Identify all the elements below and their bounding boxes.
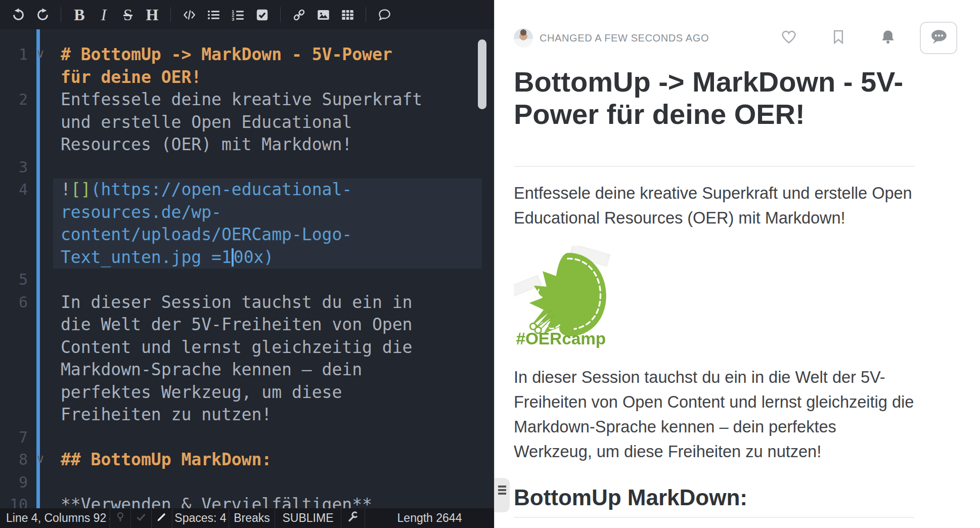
code-line: perfektes Werkzeug, um diese [53, 381, 482, 404]
bold-icon: B [74, 7, 84, 23]
redo-button[interactable] [31, 4, 54, 26]
code-button[interactable] [178, 4, 200, 26]
italic-icon: I [98, 7, 110, 23]
comment-bubble-icon [928, 26, 949, 50]
editor-row[interactable]: Text_unten.jpg =100x) [0, 246, 494, 269]
comment-button[interactable] [373, 4, 395, 26]
fold-gutter [28, 380, 53, 403]
editor-row[interactable]: 5 [0, 269, 494, 291]
keymap-setting[interactable]: SUBLIME [275, 508, 341, 528]
line-number: 9 [0, 471, 28, 494]
line-number [0, 381, 28, 404]
bell-icon [879, 28, 897, 48]
bold-button[interactable]: B [68, 4, 91, 26]
fold-gutter [28, 358, 53, 380]
toolbar-separator [280, 7, 281, 22]
preview-pane: CHANGED A FEW SECONDS AGO [494, 0, 980, 528]
check-icon [135, 511, 147, 526]
undo-icon [12, 8, 25, 22]
fold-chevron-icon[interactable]: ∨ [28, 42, 53, 65]
fold-gutter [28, 290, 53, 313]
line-number [0, 111, 28, 134]
list-ol-button[interactable]: 123 [227, 4, 249, 26]
editor-row[interactable]: und erstelle Open Educational [0, 111, 494, 134]
code-icon [183, 8, 196, 22]
indent-setting[interactable]: Spaces: 4 [172, 508, 229, 528]
editor-row[interactable]: Freiheiten zu nutzen! [0, 404, 494, 426]
notifications-button[interactable] [879, 28, 897, 48]
linebreak-setting[interactable]: Breaks [229, 508, 275, 528]
rendered-document: BottomUp -> MarkDown - 5V-Power für dein… [514, 66, 914, 518]
list-ul-icon [207, 8, 220, 22]
code-line: # BottomUp -> MarkDown - 5V-Power [53, 43, 482, 66]
line-number [0, 224, 28, 246]
editor-scrollbar[interactable] [478, 39, 486, 109]
code-line: Content und lernst gleichzeitig die [53, 336, 482, 359]
editor-row[interactable]: perfektes Werkzeug, um diese [0, 381, 494, 404]
editor-row[interactable]: 7 [0, 426, 494, 449]
line-number [0, 359, 28, 381]
line-number [0, 66, 28, 89]
list-ul-button[interactable] [202, 4, 225, 26]
intro-paragraph: Entfessele deine kreative Superkraft und… [514, 181, 914, 231]
toolbar-separator [170, 7, 171, 22]
line-number [0, 314, 28, 336]
undo-button[interactable] [7, 4, 29, 26]
code-line: ![](https://open-educational- [53, 179, 482, 201]
code-line: die Welt der 5V-Freiheiten von Open [53, 314, 482, 336]
code-line: In dieser Session tauchst du ein in [53, 291, 482, 314]
editor-row[interactable]: 1∨# BottomUp -> MarkDown - 5V-Power [0, 43, 494, 66]
editor-area[interactable]: 1∨# BottomUp -> MarkDown - 5V-Powerfür d… [0, 29, 494, 528]
code-line: für deine OER! [53, 66, 482, 89]
italic-button[interactable]: I [93, 4, 115, 26]
editor-row[interactable]: 8∨## BottomUp MarkDown: [0, 449, 494, 471]
spellcheck-button[interactable] [130, 508, 151, 528]
code-line [53, 269, 482, 291]
editor-row[interactable]: 4![](https://open-educational- [0, 179, 494, 201]
line-number [0, 201, 28, 224]
editor-row[interactable]: Content und lernst gleichzeitig die [0, 336, 494, 359]
heading-button[interactable]: H [141, 4, 163, 26]
comments-button[interactable] [920, 22, 957, 54]
list-ol-icon: 123 [231, 8, 245, 22]
editor-row[interactable]: 2Entfessele deine kreative Superkraft [0, 89, 494, 111]
app-window: B I S H 123 1∨# BottomUp [0, 0, 980, 528]
like-button[interactable] [780, 28, 797, 48]
redo-icon [36, 8, 50, 22]
line-number: 6 [0, 291, 28, 314]
fold-gutter [28, 425, 53, 448]
section-heading: BottomUp MarkDown: [514, 485, 914, 511]
fold-gutter [28, 155, 53, 178]
section-divider [514, 517, 914, 518]
night-mode-button[interactable] [110, 508, 130, 528]
editor-row[interactable]: 9 [0, 471, 494, 494]
editor-row[interactable]: 3 [0, 156, 494, 179]
editor-row[interactable]: Resources (OER) mit Markdown! [0, 134, 494, 156]
fold-chevron-icon[interactable]: ∨ [28, 448, 53, 470]
line-number: 3 [0, 156, 28, 179]
fold-gutter [28, 313, 53, 335]
preferences-button[interactable] [341, 508, 365, 528]
line-number: 2 [0, 89, 28, 111]
editor-row[interactable]: die Welt der 5V-Freiheiten von Open [0, 314, 494, 336]
check-square-button[interactable] [251, 4, 273, 26]
strikethrough-button[interactable]: S [117, 4, 139, 26]
editor-row[interactable]: resources.de/wp- [0, 201, 494, 224]
author-avatar[interactable] [514, 28, 533, 48]
fold-gutter [28, 470, 53, 493]
editor-row[interactable]: 6In dieser Session tauchst du ein in [0, 291, 494, 314]
bookmark-button[interactable] [830, 28, 847, 48]
theme-button[interactable] [151, 508, 172, 528]
code-line: Resources (OER) mit Markdown! [53, 134, 482, 156]
table-button[interactable] [336, 4, 359, 26]
preview-drag-handle[interactable] [495, 478, 510, 512]
fold-gutter [28, 65, 53, 88]
flame-shape [529, 253, 606, 336]
editor-row[interactable]: content/uploads/OERCamp-Logo- [0, 224, 494, 246]
link-button[interactable] [288, 4, 310, 26]
code-line: Freiheiten zu nutzen! [53, 404, 482, 426]
editor-row[interactable]: für deine OER! [0, 66, 494, 89]
image-button[interactable] [312, 4, 334, 26]
editor-row[interactable]: Markdown-Sprache kennen – dein [0, 359, 494, 381]
logo-text: #OERcamp [516, 329, 606, 348]
